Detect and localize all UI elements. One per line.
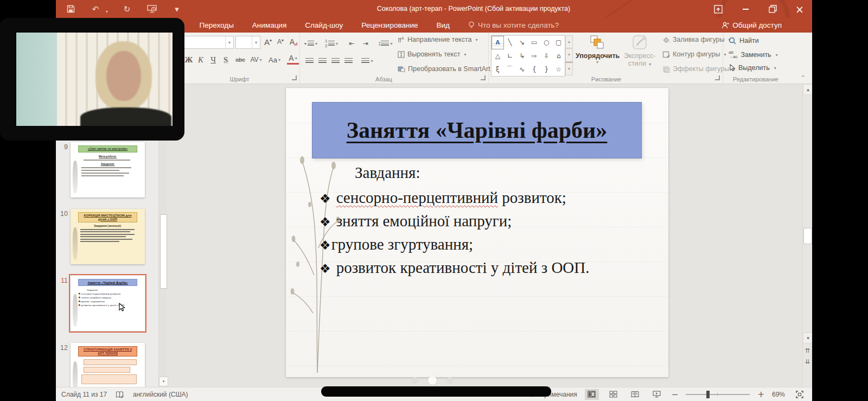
shape-curve[interactable]: ∿ <box>516 62 528 76</box>
slide-bullet-3[interactable]: ❖групове згуртування; <box>320 235 473 253</box>
shape-arrow[interactable]: ↘ <box>516 36 528 49</box>
slide-heading[interactable]: Завдання: <box>355 164 420 182</box>
zoom-out-button[interactable]: − <box>672 390 679 399</box>
tab-review[interactable]: Рецензирование <box>361 21 418 29</box>
undo-dropdown-icon[interactable]: ▾ <box>106 9 108 14</box>
thumbnail-slide-11-selected[interactable]: Заняття «Чарівні фарби» Завдання: ❖ сенс… <box>71 276 145 331</box>
shape-star[interactable]: ☆ <box>553 62 565 76</box>
shrink-font-button[interactable]: A▾ <box>275 35 286 48</box>
share-button[interactable]: Общий доступ <box>722 21 782 29</box>
align-center-button[interactable] <box>317 54 327 67</box>
numbering-button[interactable]: 12▾ <box>325 37 338 50</box>
restore-button[interactable] <box>765 2 780 16</box>
main-vertical-scrollbar[interactable]: ▲ ▼ ⇈ ⇊ <box>802 84 812 387</box>
slide-sorter-view-button[interactable] <box>607 389 621 400</box>
normal-view-button[interactable] <box>585 389 599 400</box>
scroll-up-icon[interactable]: ▲ <box>803 84 812 95</box>
clear-formatting-button[interactable]: A◢ <box>288 35 299 48</box>
thumbnail-slide-9[interactable]: «Світ квітів та настроїв» Мета роботи: З… <box>71 142 145 198</box>
zoom-slider[interactable] <box>686 394 750 395</box>
tab-slideshow[interactable]: Слайд-шоу <box>305 21 343 29</box>
text-direction-button[interactable]: A Направление текста▾ <box>398 36 478 43</box>
shape-text-box[interactable]: A <box>492 36 504 49</box>
shape-oval[interactable]: ○ <box>540 36 553 49</box>
redo-icon[interactable]: ↻ <box>121 3 133 16</box>
bullets-button[interactable]: •▾ <box>304 37 317 50</box>
spellcheck-icon[interactable] <box>116 391 124 398</box>
align-text-button[interactable]: Выровнять текст▾ <box>398 50 466 58</box>
shape-line[interactable]: ╲ <box>504 36 516 49</box>
find-button[interactable]: Найти <box>729 37 759 44</box>
decrease-indent-button[interactable]: ⇤ <box>346 37 358 50</box>
bold-button[interactable]: Ж <box>184 53 194 66</box>
slide-title-box[interactable]: Заняття «Чарівні фарби» <box>312 102 642 158</box>
shape-triangle[interactable]: △ <box>492 49 504 63</box>
scrollbar-thumb[interactable] <box>803 228 812 244</box>
reading-view-button[interactable] <box>628 389 642 400</box>
previous-slide-icon[interactable]: ⇈ <box>803 346 812 355</box>
slide-canvas[interactable]: Заняття «Чарівні фарби» Завдання: ❖сенсо… <box>286 88 668 377</box>
font-size-combobox[interactable]: ▾ <box>235 36 260 49</box>
shape-scribble[interactable]: ξ <box>492 62 504 76</box>
strikethrough-button[interactable]: abc <box>233 53 247 66</box>
slide-bullet-1[interactable]: ❖сенсорно-перцептивний розвиток; <box>320 189 566 207</box>
grow-font-button[interactable]: A▴ <box>262 35 274 48</box>
language-indicator[interactable]: английский (США) <box>133 391 188 398</box>
shapes-more-icon[interactable]: ▾ <box>565 62 573 75</box>
shape-freeform[interactable]: ⌂ <box>553 49 565 63</box>
convert-to-smartart-button[interactable]: Преобразовать в SmartArt▾ <box>398 65 496 73</box>
font-color-button[interactable]: A▾ <box>287 53 299 65</box>
slide-counter[interactable]: Слайд 11 из 17 <box>61 391 107 398</box>
align-right-button[interactable] <box>330 54 340 67</box>
change-case-button[interactable]: Aa▾ <box>268 53 281 66</box>
undo-icon[interactable]: ↶ <box>90 3 101 16</box>
shape-elbow-connector[interactable]: ∟ <box>504 49 516 63</box>
thumbnail-slide-12[interactable]: СТРУКТУРИЗАЦІЯ ЗАНЯТТЯ З АРТ-ТЕРАПІЇ <box>71 343 145 387</box>
text-shadow-button[interactable]: S <box>221 53 230 66</box>
shape-fill-button[interactable]: Заливка фигуры▾ <box>662 36 730 43</box>
fit-slide-to-window-button[interactable] <box>793 389 807 400</box>
meeting-controls-pill[interactable] <box>321 386 551 397</box>
shape-outline-button[interactable]: Контур фигуры▾ <box>662 50 726 58</box>
arrange-button[interactable]: Упорядочить ▾ <box>576 35 618 65</box>
slide-bullet-2[interactable]: ❖зняття емоційної напруги; <box>320 212 512 230</box>
zoom-in-button[interactable]: + <box>757 390 764 399</box>
thumbnails-scroll-down-icon[interactable]: ▾ <box>159 377 168 386</box>
thumbnail-slide-10[interactable]: КОРЕКЦІЯ МИСТЕЦТВОМ для дітей з ООП Завд… <box>71 209 145 264</box>
tab-view[interactable]: Вид <box>436 21 449 29</box>
font-name-combobox[interactable]: ▾ <box>183 36 234 49</box>
scroll-down-icon[interactable]: ▼ <box>803 333 812 343</box>
zoom-slider-handle[interactable] <box>706 391 710 398</box>
dialog-launcher-icon[interactable] <box>481 75 486 80</box>
justify-button[interactable] <box>343 54 353 67</box>
align-left-button[interactable] <box>304 54 314 67</box>
increase-indent-button[interactable]: ⇥ <box>360 37 372 50</box>
collapse-ribbon-icon[interactable]: ⌃ <box>798 74 808 81</box>
shape-rounded-rectangle[interactable]: ▢ <box>553 36 565 49</box>
shape-arc[interactable]: ⌒ <box>504 62 516 76</box>
dialog-launcher-icon[interactable] <box>715 75 720 80</box>
quick-styles-button[interactable]: Экспресс- стили ▾ <box>621 35 658 67</box>
shape-rectangle[interactable]: ▭ <box>528 36 541 49</box>
thumbnails-scrollbar-thumb[interactable] <box>160 214 167 289</box>
next-slide-icon[interactable]: ⇊ <box>803 357 812 366</box>
save-icon[interactable] <box>65 3 76 16</box>
slideshow-view-button[interactable] <box>650 389 664 400</box>
character-spacing-button[interactable]: AV▾ <box>250 53 262 66</box>
slide-bullet-4[interactable]: ❖розвиток креативності у дітей з ООП. <box>320 259 590 277</box>
webcam-overlay[interactable] <box>0 18 184 141</box>
italic-button[interactable]: К <box>196 53 205 66</box>
shape-down-arrow[interactable]: ⇩ <box>540 49 553 63</box>
select-button[interactable]: Выделить▾ <box>729 64 776 72</box>
shapes-scroll-down-icon[interactable]: ▾ <box>565 48 573 61</box>
shape-right-arrow[interactable]: ⇨ <box>528 49 541 63</box>
customize-qat-icon[interactable]: ▾ <box>171 3 183 16</box>
minimize-button[interactable] <box>738 2 752 16</box>
shape-right-brace[interactable]: } <box>540 62 553 76</box>
columns-button[interactable]: ▾ <box>361 54 374 67</box>
tell-me-box[interactable]: Что вы хотите сделать? <box>468 21 559 29</box>
shapes-scroll-up-icon[interactable]: ▴ <box>565 35 573 48</box>
chevron-down-icon[interactable]: ▾ <box>225 36 233 48</box>
shape-elbow-arrow-connector[interactable]: ↳ <box>516 49 528 63</box>
chevron-down-icon[interactable]: ▾ <box>252 36 260 48</box>
